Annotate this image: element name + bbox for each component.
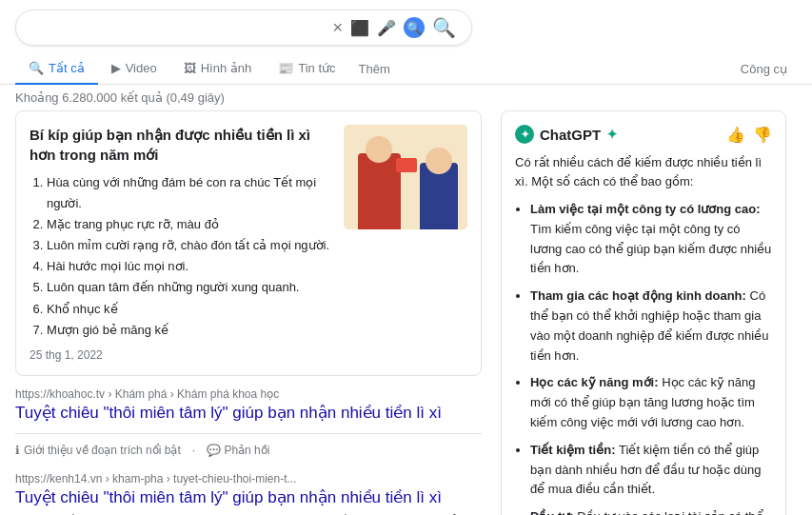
main-content: Bí kíp giúp bạn nhận được nhiều tiền lì … bbox=[0, 110, 812, 515]
tools-label: Công cụ bbox=[741, 62, 787, 76]
result1-feedback[interactable]: 💬 Phản hồi bbox=[207, 444, 269, 457]
snippet-image bbox=[344, 125, 467, 229]
chatgpt-icon-text: ✦ bbox=[521, 129, 529, 141]
tab-tintuc-label: Tin tức bbox=[298, 61, 335, 75]
search-bar-area: làm sao để có nhiều tiền lì xì × ⬛ 🎤 🔍 🔍 bbox=[0, 0, 812, 46]
snippet-list-item: Luôn quan tâm đến những người xung quanh… bbox=[47, 277, 332, 298]
voice-search-button[interactable]: 🎤 bbox=[377, 19, 396, 37]
feedback-icon: 💬 bbox=[207, 444, 221, 457]
snippet-list-item: Luôn mỉm cười rạng rỡ, chào đón tất cả m… bbox=[47, 235, 332, 256]
tab-hinhanh[interactable]: 🖼 Hình ảnh bbox=[170, 53, 266, 85]
snippet-image-inner bbox=[344, 125, 467, 229]
tab-video[interactable]: ▶ Video bbox=[98, 53, 170, 85]
chatgpt-list: Làm việc tại một công ty có lương cao: T… bbox=[515, 200, 772, 515]
person2-figure bbox=[420, 163, 458, 229]
feedback-label: Phản hồi bbox=[224, 444, 269, 457]
chatgpt-sparkle-icon: ✦ bbox=[606, 127, 618, 142]
search-result-1: https://khoahoc.tv › Khám phá › Khám phá… bbox=[15, 387, 482, 457]
tab-hinhanh-label: Hình ảnh bbox=[201, 61, 252, 75]
snippet-inner: Bí kíp giúp bạn nhận được nhiều tiền lì … bbox=[30, 125, 467, 362]
chatgpt-panel: ✦ ChatGPT ✦ 👍 👎 Có rất nhiều cách để kiế… bbox=[501, 110, 786, 515]
chatgpt-title: ✦ ChatGPT ✦ bbox=[515, 125, 618, 144]
search-input[interactable]: làm sao để có nhiều tiền lì xì bbox=[31, 19, 325, 36]
thumbs-down-icon: 👎 bbox=[753, 127, 772, 143]
tab-them-label: Thêm bbox=[359, 62, 390, 76]
snippet-list-item: Mượn gió bẻ măng kế bbox=[47, 320, 332, 341]
tools-button[interactable]: Công cụ bbox=[731, 54, 797, 84]
result2-url-domain: https://kenh14.vn bbox=[15, 472, 102, 485]
result1-separator: · bbox=[192, 444, 195, 457]
left-column: Bí kíp giúp bạn nhận được nhiều tiền lì … bbox=[15, 110, 482, 515]
news-icon: 📰 bbox=[278, 61, 293, 75]
chatgpt-title-text: ChatGPT bbox=[540, 127, 601, 143]
image-search-button[interactable]: ⬛ bbox=[350, 19, 369, 37]
result1-divider bbox=[15, 433, 482, 434]
result2-url: https://kenh14.vn › kham-pha › tuyet-chi… bbox=[15, 472, 482, 485]
search-button[interactable]: 🔍 bbox=[432, 16, 456, 39]
result2-title[interactable]: Tuyệt chiêu "thôi miên tâm lý" giúp bạn … bbox=[15, 487, 482, 508]
right-column: ✦ ChatGPT ✦ 👍 👎 Có rất nhiều cách để kiế… bbox=[501, 110, 786, 515]
chatgpt-header: ✦ ChatGPT ✦ 👍 👎 bbox=[515, 125, 772, 144]
tab-video-label: Video bbox=[126, 61, 157, 75]
chatgpt-logo-icon: ✦ bbox=[515, 125, 534, 144]
chatgpt-list-item: Học các kỹ năng mới: Học các kỹ năng mới… bbox=[530, 373, 772, 432]
tab-tintuc[interactable]: 📰 Tin tức bbox=[265, 53, 348, 85]
snippet-list-item: Khổ nhục kế bbox=[47, 299, 332, 320]
snippet-title: Bí kíp giúp bạn nhận được nhiều tiền lì … bbox=[30, 125, 332, 165]
result1-title[interactable]: Tuyệt chiêu "thôi miên tâm lý" giúp bạn … bbox=[15, 403, 482, 424]
chatgpt-actions: 👍 👎 bbox=[726, 126, 772, 144]
results-count: Khoảng 6.280.000 kết quả (0,49 giây) bbox=[0, 85, 812, 110]
chatgpt-list-item: Đầu tư: Đầu tư vào các loại tài sản có t… bbox=[530, 507, 772, 515]
tatca-icon: 🔍 bbox=[29, 61, 44, 75]
snippet-list-item: Mặc trang phục rực rỡ, màu đỏ bbox=[47, 214, 332, 235]
result1-url: https://khoahoc.tv › Khám phá › Khám phá… bbox=[15, 387, 482, 401]
search-icon: 🔍 bbox=[432, 16, 456, 39]
mic-icon: 🎤 bbox=[377, 19, 396, 37]
tab-tatca[interactable]: 🔍 Tất cả bbox=[15, 53, 98, 85]
person1-figure bbox=[358, 153, 401, 229]
video-icon: ▶ bbox=[111, 61, 121, 75]
thumbs-up-icon: 👍 bbox=[726, 127, 745, 143]
image-icon: 🖼 bbox=[184, 61, 196, 75]
search-result-2: https://kenh14.vn › kham-pha › tuyet-chi… bbox=[15, 472, 482, 515]
results-count-text: Khoảng 6.280.000 kết quả (0,49 giây) bbox=[15, 90, 225, 105]
tabs-left: 🔍 Tất cả ▶ Video 🖼 Hình ảnh 📰 Tin tức Th… bbox=[15, 53, 400, 84]
intro-label-text: Giới thiệu về đoạn trích nổi bật bbox=[24, 444, 181, 457]
lens-icon: 🔍 bbox=[404, 17, 425, 38]
result1-url-path: › Khám phá › Khám phá khoa học bbox=[108, 387, 279, 401]
chatgpt-list-item: Tham gia các hoạt động kinh doanh: Có th… bbox=[530, 287, 772, 366]
image-search-icon: ⬛ bbox=[350, 19, 369, 37]
snippet-list: Hùa cùng với những đám bé con ra chúc Tế… bbox=[30, 172, 332, 341]
result2-url-path: › kham-pha › tuyet-chieu-thoi-mien-t... bbox=[106, 472, 297, 485]
snippet-text: Bí kíp giúp bạn nhận được nhiều tiền lì … bbox=[30, 125, 332, 362]
result1-intro-label: ℹ Giới thiệu về đoạn trích nổi bật bbox=[15, 444, 181, 457]
clear-button[interactable]: × bbox=[332, 18, 343, 38]
thumbs-down-button[interactable]: 👎 bbox=[753, 126, 772, 144]
tab-them[interactable]: Thêm bbox=[349, 54, 400, 84]
tab-tatca-label: Tất cả bbox=[49, 61, 85, 75]
thumbs-up-button[interactable]: 👍 bbox=[726, 126, 745, 144]
info-icon: ℹ bbox=[15, 444, 20, 457]
result1-meta: ℹ Giới thiệu về đoạn trích nổi bật · 💬 P… bbox=[15, 444, 482, 457]
chatgpt-list-item: Tiết kiệm tiền: Tiết kiệm tiền có thể gi… bbox=[530, 441, 772, 500]
chatgpt-intro: Có rất nhiều cách để kiếm được nhiều tiề… bbox=[515, 153, 772, 190]
tabs-area: 🔍 Tất cả ▶ Video 🖼 Hình ảnh 📰 Tin tức Th… bbox=[0, 46, 812, 85]
snippet-list-item: Hài hước mọi lúc mọi nơi. bbox=[47, 256, 332, 277]
featured-snippet: Bí kíp giúp bạn nhận được nhiều tiền lì … bbox=[15, 110, 482, 376]
snippet-list-item: Hùa cùng với những đám bé con ra chúc Tế… bbox=[47, 172, 332, 214]
clear-icon: × bbox=[332, 18, 343, 38]
envelope-figure bbox=[396, 158, 417, 172]
chatgpt-list-item: Làm việc tại một công ty có lương cao: T… bbox=[530, 200, 772, 279]
lens-button[interactable]: 🔍 bbox=[404, 17, 425, 38]
snippet-date: 25 thg 1, 2022 bbox=[30, 348, 332, 362]
result1-url-domain: https://khoahoc.tv bbox=[15, 387, 105, 401]
search-input-wrapper: làm sao để có nhiều tiền lì xì × ⬛ 🎤 🔍 🔍 bbox=[15, 10, 472, 46]
